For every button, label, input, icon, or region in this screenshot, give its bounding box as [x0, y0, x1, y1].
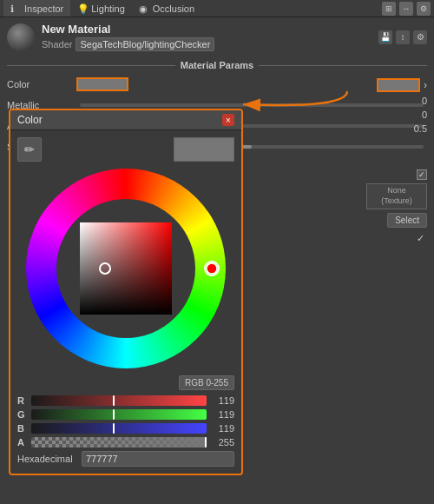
tab-occlusion-label: Occlusion	[153, 3, 194, 14]
color-preview-swatch	[174, 137, 234, 162]
texture-label: None(Texture)	[381, 186, 412, 206]
gear-icon[interactable]: ⚙	[413, 30, 427, 44]
r-label: R	[17, 395, 28, 406]
more-icon[interactable]: ↕	[396, 30, 410, 44]
rp-row-s: 0.5	[397, 123, 427, 134]
chevron-icon: ›	[424, 79, 427, 91]
confirm-checkmark: ✓	[413, 231, 427, 245]
color-dialog-titlebar: Color ×	[10, 110, 241, 130]
shader-value[interactable]: SegaTechBlog/lightingChecker	[76, 37, 214, 51]
color-picker-tools: ✏	[17, 137, 234, 162]
r-slider-row: R 119	[17, 395, 234, 406]
svg-rect-5	[80, 222, 172, 315]
a-label: A	[17, 437, 28, 448]
g-slider[interactable]	[31, 409, 207, 420]
shader-label: Shader	[42, 39, 72, 50]
hex-label: Hexadecimal	[17, 454, 78, 464]
r-value: 119	[210, 395, 234, 406]
a-value: 0	[397, 109, 427, 120]
hex-row: Hexadecimal 777777	[17, 451, 234, 467]
inspector-icons: 💾 ↕ ⚙	[378, 30, 427, 44]
b-value: 119	[210, 423, 234, 434]
section-line-left	[7, 65, 175, 66]
metallic-value: 0	[397, 96, 427, 106]
a-slider[interactable]	[31, 437, 207, 448]
section-title: Material Params	[181, 60, 253, 70]
color-dialog-body: ✏	[10, 130, 241, 474]
color-dialog-title: Color	[17, 114, 43, 126]
texture-area: None(Texture) Select ✓	[366, 169, 427, 245]
inspector-icon: ℹ	[10, 3, 21, 14]
b-label: B	[17, 423, 28, 434]
g-thumb	[113, 409, 115, 420]
a-thumb	[205, 437, 207, 448]
color-wheel-svg[interactable]	[26, 169, 226, 368]
g-slider-row: G 119	[17, 409, 234, 420]
material-sphere-icon	[7, 23, 35, 51]
texture-preview: None(Texture)	[366, 183, 427, 209]
rgb-mode-bar: RGB 0-255	[17, 375, 234, 390]
right-panel-area: › 0 0 0.5	[377, 78, 427, 134]
color-wheel-container[interactable]	[17, 169, 234, 368]
svg-point-8	[207, 263, 217, 274]
material-name: New Material	[42, 23, 372, 36]
metallic-slider[interactable]	[80, 103, 424, 107]
tab-right-icons: ⊞ ↔ ⚙	[382, 2, 431, 16]
eyedropper-icon: ✏	[24, 143, 35, 156]
inspector-title-block: New Material Shader SegaTechBlog/lightin…	[42, 23, 372, 51]
settings-icon[interactable]: ⚙	[417, 2, 431, 16]
rgb-mode-selector[interactable]: RGB 0-255	[179, 375, 234, 390]
tab-lighting-label: Lighting	[91, 3, 125, 14]
g-label: G	[17, 409, 28, 420]
color-dialog-close-button[interactable]: ×	[222, 114, 234, 126]
inspector-header: New Material Shader SegaTechBlog/lightin…	[0, 17, 434, 56]
rp-row-metallic: 0	[397, 96, 427, 106]
rp-row-a: 0	[397, 109, 427, 120]
tab-lighting[interactable]: 💡 Lighting	[70, 0, 132, 17]
param-label-color: Color	[7, 79, 76, 90]
color-dialog: Color × ✏	[9, 109, 243, 475]
eyedropper-button[interactable]: ✏	[17, 137, 42, 162]
save-icon[interactable]: 💾	[378, 30, 392, 44]
texture-checkbox[interactable]	[417, 169, 427, 180]
checkbox-row	[417, 169, 427, 180]
color-swatch[interactable]	[76, 77, 128, 91]
a-slider-row: A 255	[17, 437, 234, 448]
grid-icon[interactable]: ⊞	[382, 2, 396, 16]
s-value: 0.5	[397, 123, 427, 134]
a-value: 255	[210, 437, 234, 448]
b-slider[interactable]	[31, 423, 207, 434]
rp-row-color: ›	[377, 78, 427, 92]
param-row-color: Color	[7, 76, 427, 93]
tab-bar: ℹ Inspector 💡 Lighting ◉ Occlusion ⊞ ↔ ⚙	[0, 0, 434, 17]
tab-occlusion[interactable]: ◉ Occlusion	[132, 0, 201, 17]
lighting-icon: 💡	[77, 3, 88, 14]
color-value-box[interactable]	[377, 78, 420, 92]
tab-inspector[interactable]: ℹ Inspector	[3, 0, 70, 17]
hex-input[interactable]: 777777	[82, 451, 234, 467]
g-value: 119	[210, 409, 234, 420]
b-thumb	[113, 423, 115, 434]
section-line-right	[259, 65, 427, 66]
select-button[interactable]: Select	[387, 213, 427, 228]
occlusion-icon: ◉	[139, 3, 149, 14]
r-thumb	[113, 395, 115, 406]
b-slider-row: B 119	[17, 423, 234, 434]
r-slider[interactable]	[31, 395, 207, 406]
expand-icon[interactable]: ↔	[399, 2, 413, 16]
tab-inspector-label: Inspector	[24, 3, 63, 14]
